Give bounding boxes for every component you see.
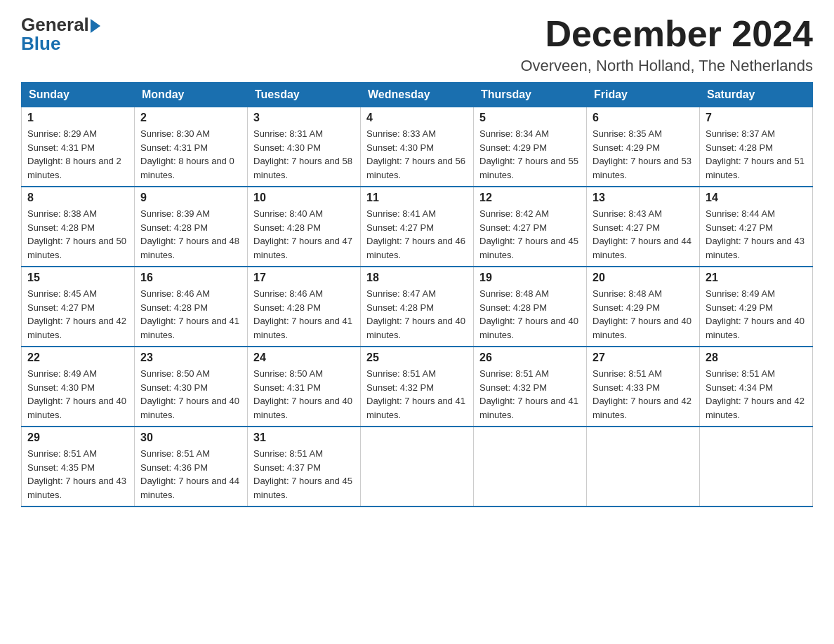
calendar-cell: 29Sunrise: 8:51 AMSunset: 4:35 PMDayligh…	[22, 427, 135, 507]
calendar-cell: 28Sunrise: 8:51 AMSunset: 4:34 PMDayligh…	[700, 347, 813, 427]
calendar-cell: 13Sunrise: 8:43 AMSunset: 4:27 PMDayligh…	[587, 187, 700, 267]
calendar-cell	[587, 427, 700, 507]
day-info: Sunrise: 8:51 AMSunset: 4:32 PMDaylight:…	[479, 367, 581, 422]
day-number: 18	[366, 271, 468, 284]
header-day-saturday: Saturday	[700, 83, 813, 107]
day-info: Sunrise: 8:46 AMSunset: 4:28 PMDaylight:…	[253, 287, 355, 342]
day-info: Sunrise: 8:51 AMSunset: 4:33 PMDaylight:…	[593, 367, 694, 422]
week-row-5: 29Sunrise: 8:51 AMSunset: 4:35 PMDayligh…	[22, 427, 813, 507]
day-info: Sunrise: 8:51 AMSunset: 4:36 PMDaylight:…	[140, 447, 241, 502]
day-number: 2	[140, 112, 241, 124]
day-number: 21	[706, 271, 807, 284]
week-row-1: 1Sunrise: 8:29 AMSunset: 4:31 PMDaylight…	[22, 107, 813, 187]
day-number: 29	[27, 431, 128, 444]
day-number: 24	[253, 351, 355, 364]
day-info: Sunrise: 8:46 AMSunset: 4:28 PMDaylight:…	[140, 287, 241, 342]
day-info: Sunrise: 8:48 AMSunset: 4:29 PMDaylight:…	[593, 287, 694, 342]
calendar-cell: 1Sunrise: 8:29 AMSunset: 4:31 PMDaylight…	[22, 107, 135, 187]
week-row-4: 22Sunrise: 8:49 AMSunset: 4:30 PMDayligh…	[22, 347, 813, 427]
title-area: December 2024 Overveen, North Holland, T…	[520, 14, 813, 75]
day-number: 22	[27, 351, 128, 364]
calendar-cell: 15Sunrise: 8:45 AMSunset: 4:27 PMDayligh…	[22, 267, 135, 347]
day-number: 1	[27, 112, 128, 124]
day-number: 4	[366, 112, 468, 124]
day-number: 15	[27, 271, 128, 284]
day-number: 12	[479, 192, 581, 204]
day-info: Sunrise: 8:37 AMSunset: 4:28 PMDaylight:…	[706, 127, 807, 182]
day-info: Sunrise: 8:43 AMSunset: 4:27 PMDaylight:…	[593, 207, 694, 262]
calendar-header: SundayMondayTuesdayWednesdayThursdayFrid…	[22, 83, 813, 107]
calendar-cell: 24Sunrise: 8:50 AMSunset: 4:31 PMDayligh…	[248, 347, 361, 427]
day-number: 30	[140, 431, 241, 444]
day-number: 20	[593, 271, 694, 284]
day-info: Sunrise: 8:38 AMSunset: 4:28 PMDaylight:…	[27, 207, 128, 262]
calendar-cell: 20Sunrise: 8:48 AMSunset: 4:29 PMDayligh…	[587, 267, 700, 347]
calendar-cell: 12Sunrise: 8:42 AMSunset: 4:27 PMDayligh…	[474, 187, 587, 267]
header-day-tuesday: Tuesday	[248, 83, 361, 107]
calendar-body: 1Sunrise: 8:29 AMSunset: 4:31 PMDaylight…	[22, 107, 813, 507]
day-info: Sunrise: 8:49 AMSunset: 4:30 PMDaylight:…	[27, 367, 128, 422]
day-info: Sunrise: 8:40 AMSunset: 4:28 PMDaylight:…	[253, 207, 355, 262]
calendar-cell: 21Sunrise: 8:49 AMSunset: 4:29 PMDayligh…	[700, 267, 813, 347]
day-number: 14	[706, 192, 807, 204]
calendar-cell: 17Sunrise: 8:46 AMSunset: 4:28 PMDayligh…	[248, 267, 361, 347]
calendar-cell: 6Sunrise: 8:35 AMSunset: 4:29 PMDaylight…	[587, 107, 700, 187]
calendar-cell: 27Sunrise: 8:51 AMSunset: 4:33 PMDayligh…	[587, 347, 700, 427]
day-info: Sunrise: 8:51 AMSunset: 4:32 PMDaylight:…	[366, 367, 468, 422]
logo-blue-text: Blue	[21, 33, 60, 55]
day-info: Sunrise: 8:49 AMSunset: 4:29 PMDaylight:…	[706, 287, 807, 342]
day-info: Sunrise: 8:51 AMSunset: 4:34 PMDaylight:…	[706, 367, 807, 422]
day-info: Sunrise: 8:34 AMSunset: 4:29 PMDaylight:…	[479, 127, 581, 182]
header-day-thursday: Thursday	[474, 83, 587, 107]
week-row-3: 15Sunrise: 8:45 AMSunset: 4:27 PMDayligh…	[22, 267, 813, 347]
day-number: 8	[27, 192, 128, 204]
day-number: 19	[479, 271, 581, 284]
calendar-cell: 11Sunrise: 8:41 AMSunset: 4:27 PMDayligh…	[361, 187, 474, 267]
calendar-cell	[361, 427, 474, 507]
week-row-2: 8Sunrise: 8:38 AMSunset: 4:28 PMDaylight…	[22, 187, 813, 267]
calendar-cell: 30Sunrise: 8:51 AMSunset: 4:36 PMDayligh…	[135, 427, 248, 507]
day-info: Sunrise: 8:42 AMSunset: 4:27 PMDaylight:…	[479, 207, 581, 262]
day-number: 9	[140, 192, 241, 204]
calendar-cell: 18Sunrise: 8:47 AMSunset: 4:28 PMDayligh…	[361, 267, 474, 347]
day-info: Sunrise: 8:50 AMSunset: 4:31 PMDaylight:…	[253, 367, 355, 422]
calendar-cell: 3Sunrise: 8:31 AMSunset: 4:30 PMDaylight…	[248, 107, 361, 187]
calendar-cell: 31Sunrise: 8:51 AMSunset: 4:37 PMDayligh…	[248, 427, 361, 507]
header-day-friday: Friday	[587, 83, 700, 107]
day-number: 11	[366, 192, 468, 204]
day-number: 5	[479, 112, 581, 124]
calendar-cell: 9Sunrise: 8:39 AMSunset: 4:28 PMDaylight…	[135, 187, 248, 267]
header: General Blue December 2024 Overveen, Nor…	[21, 14, 813, 75]
day-number: 25	[366, 351, 468, 364]
calendar-cell: 7Sunrise: 8:37 AMSunset: 4:28 PMDaylight…	[700, 107, 813, 187]
day-number: 7	[706, 112, 807, 124]
day-number: 26	[479, 351, 581, 364]
calendar-cell: 4Sunrise: 8:33 AMSunset: 4:30 PMDaylight…	[361, 107, 474, 187]
calendar-cell: 10Sunrise: 8:40 AMSunset: 4:28 PMDayligh…	[248, 187, 361, 267]
month-title: December 2024	[520, 14, 813, 54]
calendar-cell: 5Sunrise: 8:34 AMSunset: 4:29 PMDaylight…	[474, 107, 587, 187]
day-info: Sunrise: 8:35 AMSunset: 4:29 PMDaylight:…	[593, 127, 694, 182]
calendar-cell: 25Sunrise: 8:51 AMSunset: 4:32 PMDayligh…	[361, 347, 474, 427]
logo: General Blue	[21, 14, 100, 55]
day-number: 27	[593, 351, 694, 364]
day-number: 3	[253, 112, 355, 124]
day-info: Sunrise: 8:50 AMSunset: 4:30 PMDaylight:…	[140, 367, 241, 422]
calendar-cell: 23Sunrise: 8:50 AMSunset: 4:30 PMDayligh…	[135, 347, 248, 427]
logo-arrow-icon	[91, 19, 100, 33]
header-day-wednesday: Wednesday	[361, 83, 474, 107]
header-day-sunday: Sunday	[22, 83, 135, 107]
calendar-cell: 19Sunrise: 8:48 AMSunset: 4:28 PMDayligh…	[474, 267, 587, 347]
header-day-monday: Monday	[135, 83, 248, 107]
day-info: Sunrise: 8:39 AMSunset: 4:28 PMDaylight:…	[140, 207, 241, 262]
calendar-table: SundayMondayTuesdayWednesdayThursdayFrid…	[21, 82, 813, 507]
day-info: Sunrise: 8:31 AMSunset: 4:30 PMDaylight:…	[253, 127, 355, 182]
day-number: 16	[140, 271, 241, 284]
day-info: Sunrise: 8:47 AMSunset: 4:28 PMDaylight:…	[366, 287, 468, 342]
day-info: Sunrise: 8:30 AMSunset: 4:31 PMDaylight:…	[140, 127, 241, 182]
day-info: Sunrise: 8:51 AMSunset: 4:37 PMDaylight:…	[253, 447, 355, 502]
calendar-cell: 22Sunrise: 8:49 AMSunset: 4:30 PMDayligh…	[22, 347, 135, 427]
calendar-cell: 16Sunrise: 8:46 AMSunset: 4:28 PMDayligh…	[135, 267, 248, 347]
header-row: SundayMondayTuesdayWednesdayThursdayFrid…	[22, 83, 813, 107]
calendar-cell: 26Sunrise: 8:51 AMSunset: 4:32 PMDayligh…	[474, 347, 587, 427]
